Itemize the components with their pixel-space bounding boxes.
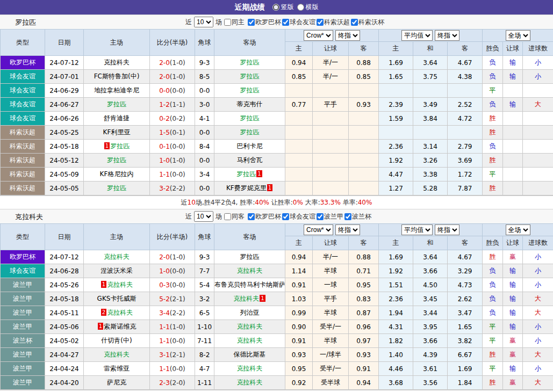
away-team-cell: 克拉科夫 [214,320,285,334]
crow-away-odds: 0.83 [349,292,379,306]
team-label: 罗拉匹 [240,128,260,136]
layout-option-vertical[interactable]: 竖版 [272,3,294,12]
league-checkbox[interactable] [351,19,358,26]
col-avg-draw: 和 [413,42,448,56]
away-team-cell: 克拉科夫 [214,264,285,278]
halftime-score: (2-0) [170,379,185,387]
home-team-cell: 克拉科夫 [84,250,150,264]
handicap-result-cell [503,112,523,126]
corners-cell: 1-11 [195,376,214,390]
corners-cell: 8-2 [195,348,214,362]
crow-away-odds [349,182,379,195]
fulltime-score: 1-2 [159,101,170,108]
away-team-cell: 保德比斯基 [214,348,285,362]
scope-select[interactable]: 全场 [506,224,530,235]
match-count-select[interactable]: 10 [194,17,213,27]
away-team-cell: 罗拉匹 [214,70,285,84]
odds-time-select-2[interactable]: 终指 [435,30,459,41]
layout-option-horizontal[interactable]: 横版 [297,3,319,12]
away-team-cell: 罗拉匹 [214,112,285,126]
league-badge: 波兰甲 [1,348,45,362]
team-label: 克拉科夫 [107,309,133,316]
near-label: 近 [185,18,192,27]
crow-home-odds: 0.92 [285,376,313,390]
filter-bar: 近 10 场 同客 欧罗巴杯球会友谊波兰甲波兰杯 [185,211,371,222]
match-rows: 欧罗巴杯24-07-12克拉科夫2-0(1-0)9-3罗拉匹0.94半/一0.8… [1,250,553,390]
horizontal-radio[interactable] [297,4,304,11]
corners-cell: 8-5 [195,70,214,84]
league-checkbox[interactable] [317,19,324,26]
league-checkbox[interactable] [344,213,351,220]
league-checkbox[interactable] [248,19,255,26]
match-row: 科索沃超24-05-12罗拉匹1-0(1-0)0-0马利舍瓦1.923.263.… [1,154,553,168]
avg-home-odds: 2.36 [379,140,413,154]
same-venue-filter[interactable]: 同客 [224,212,245,221]
corners-cell: 5-4 [195,278,214,292]
league-filter[interactable]: 球会友谊 [282,212,315,221]
col-crow-handicap: 让球 [313,42,349,56]
odds-time-select-2[interactable]: 终指 [435,224,459,235]
average-select[interactable]: 平均值 [401,224,433,235]
league-filter[interactable]: 欧罗巴杯 [248,18,281,27]
corners-cell: 6-5 [195,306,214,320]
bookmaker-select[interactable]: Crow* [304,224,333,235]
league-badge: 波兰杯 [1,334,45,348]
avg-away-odds: 2.52 [448,98,483,112]
crow-away-odds: 0.94 [349,376,379,390]
league-badge: 波兰甲 [1,278,45,292]
team-label: 地拉拿柏迪辛尼 [94,86,139,94]
fulltime-score: 2-0 [159,73,170,81]
score-cell: 5-2(2-1) [150,292,195,306]
league-checkbox[interactable] [282,213,289,220]
team-label: 索斯诺维克 [104,323,136,330]
league-filter[interactable]: 波兰甲 [317,212,343,221]
match-count-select[interactable]: 10 [194,211,213,222]
league-badge: 波兰甲 [1,292,45,306]
bookmaker-select[interactable]: Crow* [304,30,333,41]
goals-result-cell [523,126,553,140]
average-select[interactable]: 平均值 [401,30,433,41]
team-label: 舒肯迪捷 [104,114,130,122]
league-checkbox[interactable] [248,213,255,220]
red-card-badge: 1 [260,295,265,302]
league-badge: 波兰甲 [1,306,45,320]
score-cell: 1-5(0-1) [150,126,195,140]
match-row: 欧罗巴杯24-07-12克拉科夫2-0(1-0)9-3罗拉匹0.94半/一0.8… [1,250,553,264]
halftime-score: (0-0) [170,87,185,95]
fulltime-score: 3-1 [159,351,170,359]
league-filter[interactable]: 球会友谊 [282,18,315,27]
team-label: 罗拉匹 [107,100,126,108]
corners-cell: 8-4 [195,140,214,154]
team-label: 克拉科夫 [237,323,263,330]
league-filter[interactable]: 科索沃超 [317,18,350,27]
same-venue-checkbox[interactable] [224,213,231,220]
avg-draw-odds: 3.45 [413,292,448,306]
avg-home-odds: 2.39 [379,98,413,112]
score-cell: 3-4(2-2) [150,306,195,320]
handicap-result-cell [503,168,523,182]
league-checkbox[interactable] [317,213,324,220]
league-checkbox[interactable] [282,19,289,26]
league-filter[interactable]: 科索沃杯 [351,18,384,27]
team-label: FC斯特鲁加(中) [94,72,140,80]
away-team-cell: 克拉科夫 [214,334,285,348]
league-filter[interactable]: 波兰杯 [344,212,371,221]
crow-away-odds [349,84,379,98]
odds-time-select-1[interactable]: 终指 [335,30,360,41]
vertical-radio[interactable] [272,4,279,11]
result-cell: 平 [483,168,503,182]
league-filter[interactable]: 欧罗巴杯 [248,212,281,221]
score-cell: 1-1(0-0) [150,168,195,182]
result-cell: 负 [483,140,503,154]
league-badge: 科索沃超 [1,126,45,140]
same-venue-checkbox[interactable] [224,19,231,26]
crow-away-odds: 0.96 [349,320,379,334]
scope-select[interactable]: 全场 [506,30,530,41]
crow-home-odds: 0.94 [285,56,313,70]
crow-handicap: 半球 [313,264,349,278]
odds-time-select-1[interactable]: 终指 [335,224,360,235]
same-venue-filter[interactable]: 同主 [224,18,245,27]
crow-away-odds: 0.95 [349,278,379,292]
score-cell: 1-0(0-0) [150,264,195,278]
crow-handicap: 受半/一 [313,320,349,334]
